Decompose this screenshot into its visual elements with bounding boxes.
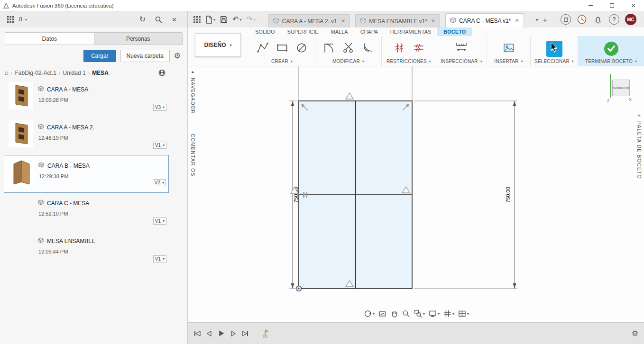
doc-tab-active[interactable]: CARA C - MESA v1* ✕ [445, 13, 524, 27]
new-tab-button[interactable]: + [543, 16, 547, 23]
list-item-selected[interactable]: CARA B - MESA 12:29:38 PM V2 ▾ [4, 155, 169, 193]
upload-button[interactable]: Cargar [83, 50, 116, 62]
finish-sketch-button[interactable] [604, 42, 618, 56]
tab-boceto[interactable]: BOCETO [437, 27, 472, 36]
display-settings-icon[interactable]: ▾ [427, 309, 441, 318]
group-label-restricciones[interactable]: RESTRICCIONES▾ [386, 59, 431, 64]
new-folder-button[interactable]: Nueva carpeta [120, 50, 170, 62]
tab-personas[interactable]: Personas [94, 33, 183, 45]
dimension-right[interactable]: 750.00 [505, 187, 511, 203]
look-at-icon[interactable] [377, 309, 387, 318]
zoom-icon[interactable] [401, 309, 411, 318]
globe-icon[interactable] [158, 69, 166, 76]
polyline-tool-icon[interactable] [257, 42, 269, 55]
panel-settings-gear-icon[interactable]: ⚙ [174, 52, 181, 60]
version-dropdown[interactable]: V1 ▾ [153, 217, 166, 225]
version-dropdown[interactable]: V1 ▾ [153, 255, 166, 263]
sketch-geometry[interactable]: 750.00 750.00 [188, 66, 644, 322]
grid-display-icon[interactable]: ▾ [442, 309, 455, 318]
doc-tab[interactable]: MESA ENSAMBLE v1* ✕ [355, 14, 440, 27]
job-status-clock-icon[interactable] [577, 14, 587, 25]
offset-tool-icon[interactable] [362, 42, 374, 55]
trim-scissors-icon[interactable] [342, 42, 355, 55]
sketch-origin-point[interactable] [296, 286, 302, 291]
job-status-dropdown[interactable]: 0 ▾ [19, 16, 27, 23]
redo-button[interactable]: ↷ ▾ [246, 16, 255, 23]
list-item[interactable]: CARA A - MESA 12:09:28 PM V3 ▾ [4, 79, 169, 117]
step-forward-button[interactable] [230, 330, 237, 337]
tab-herramientas[interactable]: HERRAMIENTAS [384, 27, 438, 36]
viewcube-face[interactable]: SUPERIOR [612, 80, 630, 96]
breadcrumb-root[interactable]: FabDig-02-Act.1 [15, 70, 56, 76]
version-label: V3 [155, 105, 161, 110]
timeline-feature-marker[interactable] [261, 329, 269, 338]
skip-end-button[interactable] [242, 330, 248, 337]
refresh-icon[interactable]: ↻ [139, 16, 146, 23]
constraint-vertical-icon[interactable] [393, 42, 405, 55]
breadcrumb-folder[interactable]: Unidad 1 [63, 70, 86, 76]
doc-tab[interactable]: CARA A - MESA 2. v1 ✕ [268, 14, 350, 27]
play-button[interactable] [218, 330, 225, 337]
close-icon: ✕ [631, 2, 635, 9]
circle-tool-icon[interactable] [295, 42, 308, 55]
list-item[interactable]: CARA A - MESA 2. 12:48:19 PM V1 ▾ [4, 117, 169, 155]
viewports-icon[interactable]: ▾ [457, 309, 470, 318]
workspace-selector[interactable]: DISEÑO ▾ [195, 33, 241, 57]
minimize-button[interactable] [580, 0, 601, 11]
file-menu-button[interactable]: ▾ [205, 16, 215, 24]
tab-chapa[interactable]: CHAPA [354, 27, 384, 36]
constraint-parallel-icon[interactable] [413, 42, 425, 55]
navegador-strip[interactable]: ▸ NAVEGADOR [190, 69, 196, 114]
data-panel-toolbar: 0 ▾ ↻ ✕ [0, 11, 187, 27]
group-label-crear[interactable]: CREAR▾ [271, 59, 293, 64]
group-label-modificar[interactable]: MODIFICAR▾ [332, 59, 364, 64]
search-icon[interactable] [155, 16, 162, 23]
version-dropdown[interactable]: V1 ▾ [153, 142, 166, 149]
chevron-down-icon: ▾ [452, 312, 454, 316]
data-panel-actions: Cargar Nueva carpeta ⚙ [7, 50, 181, 62]
tab-superficie[interactable]: SUPERFICIE [281, 27, 325, 36]
version-dropdown[interactable]: V2 ▾ [153, 179, 166, 186]
undo-button[interactable]: ↶ ▾ [232, 16, 241, 23]
viewport-canvas[interactable]: 750.00 750.00 [188, 66, 644, 322]
extensions-icon[interactable] [561, 14, 571, 25]
tab-datos[interactable]: Datos [5, 33, 94, 45]
group-label-terminar[interactable]: TERMINAR BOCETO▾ [585, 59, 637, 64]
tab-close-icon[interactable]: ✕ [341, 18, 345, 24]
timeline-settings-gear-icon[interactable]: ⚙ [632, 329, 638, 338]
measure-tool-icon[interactable] [455, 42, 468, 55]
list-item[interactable]: CARA C - MESA 12:52:10 PM V1 ▾ [4, 193, 169, 231]
group-label-seleccionar[interactable]: SELECCIONAR▾ [534, 59, 574, 64]
help-icon[interactable]: ? [609, 14, 619, 25]
home-icon[interactable]: ⌂ [5, 70, 9, 76]
grid-view-icon[interactable] [7, 16, 14, 23]
version-dropdown[interactable]: V3 ▾ [153, 104, 166, 111]
zoom-window-icon[interactable]: ▾ [413, 309, 426, 318]
skip-start-button[interactable] [194, 330, 201, 337]
insert-image-icon[interactable] [503, 42, 515, 55]
tab-close-icon[interactable]: ✕ [515, 18, 519, 24]
notifications-bell-icon[interactable] [593, 14, 603, 25]
close-button[interactable]: ✕ [623, 0, 644, 11]
avatar[interactable]: MC [625, 14, 636, 25]
step-back-button[interactable] [206, 330, 212, 337]
tab-close-icon[interactable]: ✕ [431, 18, 435, 24]
list-item[interactable]: MESA ENSAMBLE 12:09:44 PM V1 ▾ [4, 231, 169, 269]
tab-malla[interactable]: MALLA [325, 27, 354, 36]
paleta-boceto-strip[interactable]: « PALETA DE BOCETO [636, 113, 642, 179]
group-label-insertar[interactable]: INSERTAR▾ [494, 59, 523, 64]
rectangle-tool-icon[interactable] [276, 42, 288, 55]
comentarios-strip[interactable]: COMENTARIOS [190, 134, 196, 177]
close-panel-icon[interactable]: ✕ [172, 17, 177, 23]
viewcube[interactable]: SUPERIOR Z X [607, 76, 633, 103]
ribbon-tabs: SOLIDO SUPERFICIE MALLA CHAPA HERRAMIENT… [249, 27, 472, 36]
tab-solido[interactable]: SOLIDO [249, 27, 281, 36]
pan-hand-icon[interactable] [389, 309, 399, 318]
fillet-tool-icon[interactable] [323, 42, 335, 55]
save-button[interactable] [220, 16, 228, 23]
group-label-inspeccionar[interactable]: INSPECCIONAR▾ [441, 59, 482, 64]
maximize-button[interactable] [601, 0, 623, 11]
orbit-icon[interactable]: ▾ [362, 309, 376, 318]
apps-grid-icon[interactable] [193, 16, 201, 23]
tab-list-chevron-icon[interactable]: ▾ [536, 17, 538, 22]
